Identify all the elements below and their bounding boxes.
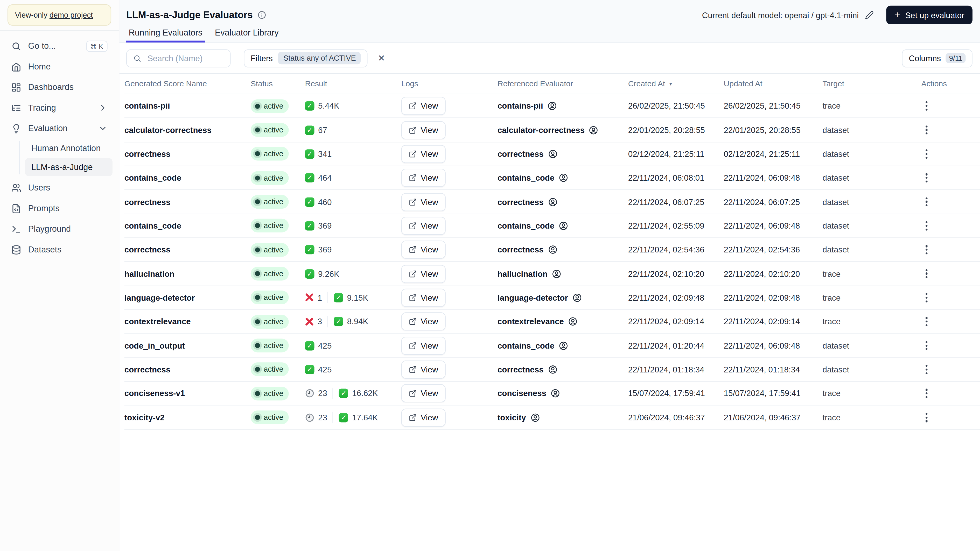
search-input[interactable] xyxy=(146,53,224,64)
sidebar-item-human-annotation[interactable]: Human Annotation xyxy=(25,140,113,157)
column-header-target[interactable]: Target xyxy=(822,79,921,88)
row-actions-menu-button[interactable] xyxy=(922,218,932,234)
column-header-referenced-evaluator[interactable]: Referenced Evaluator xyxy=(498,79,628,88)
setup-evaluator-button[interactable]: + Set up evaluator xyxy=(886,6,972,24)
sidebar-item-playground[interactable]: Playground xyxy=(6,219,113,240)
sidebar-item-users[interactable]: Users xyxy=(6,178,113,198)
referenced-evaluator[interactable]: correctness xyxy=(498,365,628,374)
view-logs-button[interactable]: View xyxy=(401,145,445,163)
referenced-evaluator[interactable]: toxicity xyxy=(498,413,628,422)
external-link-icon xyxy=(409,102,417,110)
actions-cell xyxy=(921,218,975,234)
row-actions-menu-button[interactable] xyxy=(922,289,932,306)
search-box[interactable] xyxy=(126,49,231,67)
created-at: 15/07/2024, 17:59:41 xyxy=(628,389,724,398)
result-cell: 23✓16.62K xyxy=(305,388,401,399)
column-header-actions[interactable]: Actions xyxy=(921,79,975,88)
edit-model-button[interactable] xyxy=(864,10,875,21)
status-dot-icon xyxy=(255,319,260,324)
sidebar-item-tracing[interactable]: Tracing xyxy=(6,97,113,118)
row-actions-menu-button[interactable] xyxy=(922,265,932,282)
actions-cell xyxy=(921,265,975,282)
sidebar-item-datasets[interactable]: Datasets xyxy=(6,239,113,260)
sidebar-item-label: Users xyxy=(28,183,50,192)
referenced-evaluator[interactable]: contains_code xyxy=(498,173,628,183)
filters-button[interactable]: Filters Status any of ACTIVE xyxy=(244,49,368,67)
row-actions-menu-button[interactable] xyxy=(922,241,932,258)
status-cell: active xyxy=(251,267,305,281)
row-actions-menu-button[interactable] xyxy=(922,385,932,402)
info-icon[interactable] xyxy=(258,11,267,19)
sidebar-item-home[interactable]: Home xyxy=(6,56,113,77)
row-actions-menu-button[interactable] xyxy=(922,122,932,138)
status-badge: active xyxy=(251,123,289,137)
sidebar-item-prompts[interactable]: Prompts xyxy=(6,198,113,219)
referenced-evaluator[interactable]: calculator-correctness xyxy=(498,125,628,135)
referenced-evaluator[interactable]: language-detector xyxy=(498,293,628,302)
column-header-status[interactable]: Status xyxy=(251,79,305,88)
column-header-generated-score-name[interactable]: Generated Score Name xyxy=(124,79,251,88)
view-logs-button[interactable]: View xyxy=(401,241,445,259)
demo-project-link[interactable]: demo project xyxy=(49,11,93,19)
referenced-evaluator[interactable]: contains_code xyxy=(498,341,628,350)
tab-running-evaluators[interactable]: Running Evaluators xyxy=(126,28,205,42)
updated-at: 21/06/2024, 09:46:37 xyxy=(724,413,822,422)
row-actions-menu-button[interactable] xyxy=(922,170,932,186)
user-circle-icon xyxy=(547,101,557,111)
column-header-updated-at[interactable]: Updated At xyxy=(724,79,822,88)
referenced-evaluator[interactable]: correctness xyxy=(498,149,628,159)
referenced-evaluator[interactable]: contextrelevance xyxy=(498,317,628,326)
row-actions-menu-button[interactable] xyxy=(922,194,932,210)
columns-button[interactable]: Columns 9/11 xyxy=(902,49,972,67)
external-link-icon xyxy=(409,365,417,373)
sidebar-item-go-to[interactable]: Go to...⌘ K xyxy=(6,35,113,56)
view-logs-button[interactable]: View xyxy=(401,337,445,354)
updated-at: 22/11/2024, 02:54:36 xyxy=(724,245,822,254)
external-link-icon xyxy=(409,341,417,349)
success-check-icon: ✓ xyxy=(305,125,314,135)
external-link-icon xyxy=(409,246,417,254)
sidebar-item-llm-as-a-judge[interactable]: LLM-as-a-Judge xyxy=(25,158,113,176)
view-logs-button[interactable]: View xyxy=(401,121,445,139)
referenced-evaluator[interactable]: hallucination xyxy=(498,269,628,278)
view-logs-button[interactable]: View xyxy=(401,384,445,402)
view-logs-button[interactable]: View xyxy=(401,217,445,235)
result-cell: ✓425 xyxy=(305,341,401,350)
sidebar-item-dashboards[interactable]: Dashboards xyxy=(6,77,113,98)
referenced-evaluator[interactable]: contains_code xyxy=(498,221,628,230)
view-logs-button[interactable]: View xyxy=(401,97,445,115)
row-actions-menu-button[interactable] xyxy=(922,98,932,114)
toolbar: Filters Status any of ACTIVE ✕ Columns 9… xyxy=(119,43,980,74)
tab-evaluator-library[interactable]: Evaluator Library xyxy=(212,28,281,42)
referenced-evaluator[interactable]: correctness xyxy=(498,245,628,254)
view-logs-button[interactable]: View xyxy=(401,360,445,379)
tracing-icon xyxy=(11,103,21,113)
view-logs-button[interactable]: View xyxy=(401,313,445,331)
result-pending: 23 xyxy=(305,389,327,398)
column-header-created-at[interactable]: Created At▼ xyxy=(628,79,724,88)
row-actions-menu-button[interactable] xyxy=(922,337,932,354)
view-logs-button[interactable]: View xyxy=(401,265,445,283)
home-icon xyxy=(11,62,21,71)
referenced-evaluator[interactable]: correctness xyxy=(498,197,628,206)
view-logs-button[interactable]: View xyxy=(401,289,445,307)
row-actions-menu-button[interactable] xyxy=(922,313,932,330)
view-logs-button[interactable]: View xyxy=(401,169,445,187)
status-badge: active xyxy=(251,387,289,400)
clear-filters-button[interactable]: ✕ xyxy=(375,52,388,64)
generated-score-name: language-detector xyxy=(124,293,251,302)
view-logs-button[interactable]: View xyxy=(401,193,445,211)
row-actions-menu-button[interactable] xyxy=(922,146,932,162)
referenced-evaluator[interactable]: conciseness xyxy=(498,389,628,398)
referenced-evaluator[interactable]: contains-pii xyxy=(498,101,628,111)
column-header-result[interactable]: Result xyxy=(305,79,401,88)
users-icon xyxy=(11,183,21,193)
result-check: ✓425 xyxy=(305,365,332,374)
column-header-logs[interactable]: Logs xyxy=(401,79,498,88)
generated-score-name: conciseness-v1 xyxy=(124,389,251,398)
row-actions-menu-button[interactable] xyxy=(922,361,932,378)
row-actions-menu-button[interactable] xyxy=(922,409,932,426)
sidebar-item-evaluation[interactable]: Evaluation xyxy=(6,118,113,139)
dashboards-icon xyxy=(11,82,21,92)
view-logs-button[interactable]: View xyxy=(401,408,445,427)
